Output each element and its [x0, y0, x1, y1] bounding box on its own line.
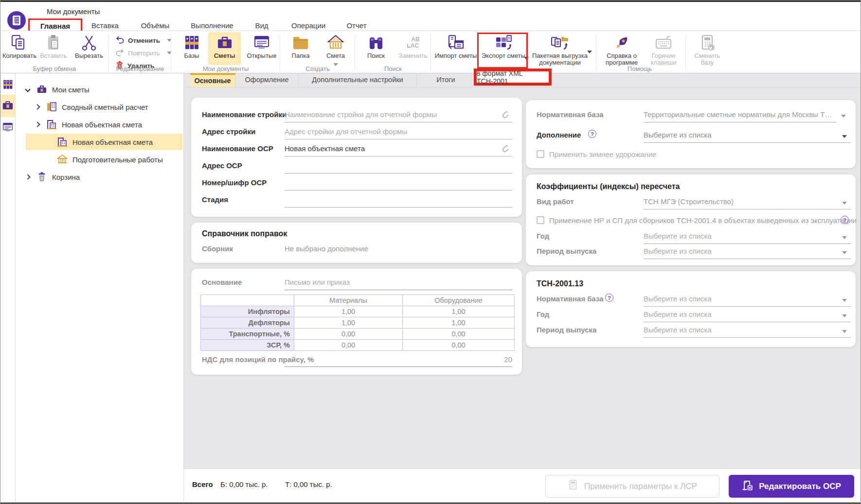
column-equipment: Оборудование	[403, 295, 515, 306]
chevron-down-icon[interactable]	[842, 202, 847, 205]
chevron-down-icon[interactable]	[842, 236, 847, 239]
ribbon-toolbar: Копировать Вставить Вырезать Отменить По…	[0, 31, 861, 73]
basis-input[interactable]: Письмо или приказ	[285, 278, 350, 286]
tab-additional-settings[interactable]: Дополнительные настройки	[299, 73, 417, 87]
replace-button[interactable]: AB AC Заменить	[397, 33, 429, 64]
tsn13-year-select[interactable]: Выберите из списка	[644, 310, 712, 318]
stage-input[interactable]	[285, 207, 512, 208]
help-icon[interactable]: ?	[588, 130, 596, 138]
chevron-down-icon[interactable]	[841, 115, 846, 118]
collection-value[interactable]: Не выбрано дополнение	[285, 244, 368, 253]
undo-icon	[115, 35, 125, 46]
osr-address-input[interactable]	[285, 173, 512, 174]
table-row: Дефляторы 1,00 1,00	[201, 317, 515, 329]
year-select[interactable]: Выберите из списка	[644, 232, 712, 240]
deflators-materials-cell[interactable]: 1,00	[294, 317, 403, 329]
nr-sp-checkbox[interactable]	[537, 216, 544, 224]
card-title: Коэффициенты (индексы) пересчета	[537, 182, 680, 191]
chevron-down-icon[interactable]	[842, 314, 847, 317]
cut-button[interactable]: Вырезать	[73, 33, 105, 64]
normative-base-select[interactable]: Территориальные сметные нормативы для Мо…	[644, 110, 832, 119]
help-icon[interactable]: ?	[605, 294, 613, 302]
chevron-down-icon[interactable]	[842, 251, 847, 254]
transport-equipment-cell[interactable]: 0,00	[403, 329, 515, 340]
transport-materials-cell[interactable]: 0,00	[294, 329, 403, 340]
tab-design[interactable]: Оформление	[235, 73, 299, 87]
menu-tab-glavnaya[interactable]: Главная	[28, 18, 82, 32]
batch-upload-button[interactable]: Пакетная выгрузка документации	[527, 33, 593, 64]
tab-totals[interactable]: Итоги	[417, 73, 475, 87]
chevron-right-icon[interactable]	[35, 122, 40, 127]
strip-opened-icon[interactable]	[1, 121, 14, 134]
issue-period-select[interactable]: Выберите из списка	[644, 247, 712, 255]
field-label: Адрес стройки	[202, 127, 255, 136]
tsn-2001-13-card: ТСН-2001.13 Нормативная база ? Выберите …	[526, 271, 856, 347]
tree-item-summary-calc[interactable]: Сводный сметный расчет	[16, 99, 184, 115]
chevron-right-icon[interactable]	[25, 174, 30, 179]
edit-osr-button[interactable]: Редактировать ОСР	[729, 475, 854, 498]
scissors-icon	[73, 33, 105, 52]
main-content: Основные Оформление Дополнительные настр…	[184, 73, 861, 503]
import-estimate-button[interactable]: Импорт сметы	[432, 33, 479, 64]
zsr-materials-cell[interactable]: 0,00	[294, 340, 403, 351]
redo-icon	[115, 48, 125, 58]
strip-bases-icon[interactable]	[1, 78, 14, 91]
zsr-equipment-cell[interactable]: 0,00	[403, 340, 515, 351]
help-about-button[interactable]: Справка о программе	[600, 33, 644, 64]
search-button[interactable]: Поиск	[360, 33, 392, 64]
construction-name-input[interactable]: Наименование стройки для отчетной формы	[285, 110, 437, 119]
total-label: Всего	[192, 480, 213, 488]
field-label: Нормативная база	[537, 110, 604, 119]
osr-name-input[interactable]: Новая объектная смета	[285, 144, 365, 153]
supplement-select[interactable]: Выберите из списка	[644, 131, 712, 139]
crane-building-icon	[46, 119, 57, 130]
tsn13-base-select[interactable]: Выберите из списка	[644, 295, 712, 303]
tsn13-period-select[interactable]: Выберите из списка	[644, 326, 712, 334]
osr-number-input[interactable]	[285, 190, 512, 191]
bases-button[interactable]: Базы	[176, 33, 207, 64]
crane-building-icon	[56, 137, 68, 147]
chevron-down-icon[interactable]	[842, 299, 847, 302]
tree-item-recycle-bin[interactable]: Корзина	[16, 169, 184, 185]
vat-input[interactable]: 20	[285, 355, 512, 364]
copy-button[interactable]: Копировать	[2, 33, 35, 64]
hotkeys-button[interactable]: Горячие клавиши	[646, 33, 682, 64]
new-estimate-button[interactable]: Смета	[320, 33, 352, 64]
undo-button[interactable]: Отменить	[115, 35, 172, 46]
document-table-icon	[246, 33, 278, 52]
strip-estimates-icon[interactable]	[1, 99, 14, 112]
new-folder-button[interactable]: Папка	[285, 33, 317, 64]
export-tooltip: в формат XML ТСН-2001	[475, 70, 550, 84]
tree-item-object-estimate-1[interactable]: Новая объектная смета	[16, 116, 184, 133]
tab-main[interactable]: Основные	[190, 73, 235, 87]
opened-button[interactable]: Открытые	[246, 33, 278, 64]
estimates-button[interactable]: Сметы	[208, 32, 241, 65]
deflators-equipment-cell[interactable]: 1,00	[403, 317, 515, 329]
chevron-down-icon[interactable]	[842, 135, 847, 138]
chevron-down-icon[interactable]	[25, 87, 30, 92]
inflators-equipment-cell[interactable]: 1,00	[403, 306, 515, 317]
inflators-materials-cell[interactable]: 1,00	[294, 306, 403, 317]
winter-markup-checkbox[interactable]	[537, 150, 544, 158]
help-icon[interactable]: ?	[841, 216, 849, 224]
apply-params-button[interactable]: Применить параметры к ЛСР	[545, 475, 719, 498]
chevron-right-icon[interactable]	[35, 104, 40, 109]
paperclip-icon[interactable]	[502, 144, 510, 155]
construction-address-input[interactable]: Адрес стройки для отчетной формы	[285, 127, 407, 136]
change-base-button[interactable]: Сменить базу	[689, 33, 725, 64]
tree-item-my-estimates[interactable]: Мои сметы	[16, 81, 184, 98]
field-label: Период выпуска	[537, 247, 596, 255]
tree-item-preparatory-works[interactable]: Подготовительные работы	[16, 151, 184, 168]
work-type-select[interactable]: ТСН МГЭ (Строительство)	[644, 197, 734, 206]
chevron-down-icon[interactable]	[587, 51, 592, 53]
tree-item-object-estimate-2-selected[interactable]: Новая объектная смета	[26, 134, 182, 150]
redo-button[interactable]: Повторить	[115, 48, 172, 58]
chevron-down-icon[interactable]	[842, 330, 847, 333]
field-label: Год	[537, 232, 549, 240]
folder-icon	[285, 33, 317, 52]
copy-icon	[2, 33, 35, 52]
crane-icon	[742, 479, 753, 493]
checkbox-label: Применить зимнее удорожание	[549, 150, 656, 158]
paperclip-icon[interactable]	[502, 110, 510, 121]
paste-button[interactable]: Вставить	[37, 33, 70, 64]
